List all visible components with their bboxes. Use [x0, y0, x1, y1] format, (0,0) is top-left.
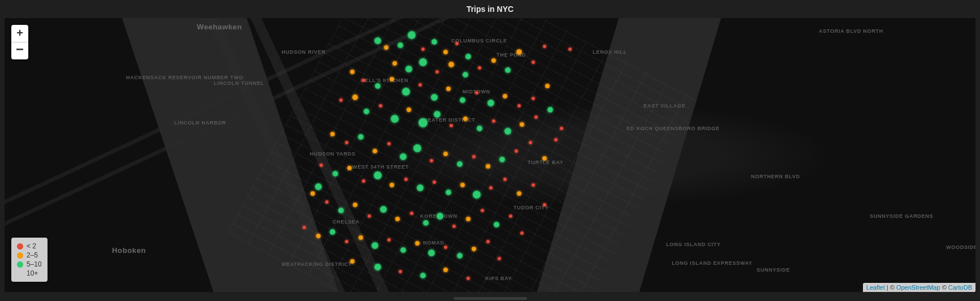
attribution-sep: | © [885, 284, 896, 291]
attribution-carto-link[interactable]: CartoDB [948, 284, 972, 291]
attribution-osm-link[interactable]: OpenStreetMap [896, 284, 940, 291]
legend-row: 10+ [17, 269, 42, 278]
map[interactable]: WeehawkenHobokenHackensack Reservoir Num… [5, 18, 975, 292]
legend-row: 5–10 [17, 260, 42, 269]
legend-label: 10+ [27, 269, 38, 278]
legend-label: 5–10 [27, 260, 42, 269]
attribution-leaflet-link[interactable]: Leaflet [866, 284, 885, 291]
legend-swatch-red [17, 243, 23, 250]
legend-label: < 2 [27, 242, 36, 251]
zoom-in-button[interactable]: + [11, 25, 28, 42]
legend-row: < 2 [17, 242, 42, 251]
legend-swatch-none [17, 270, 23, 277]
zoom-out-button[interactable]: − [11, 42, 28, 59]
legend: < 2 2–5 5–10 10+ [11, 238, 48, 282]
legend-swatch-orange [17, 252, 23, 259]
map-panel: Trips in NYC WeehawkenHobokenHackensack … [0, 0, 980, 301]
attribution-sep: © [940, 284, 948, 291]
legend-row: 2–5 [17, 251, 42, 260]
panel-title: Trips in NYC [5, 0, 975, 18]
horizontal-scroll-handle[interactable] [454, 297, 527, 300]
map-attribution: Leaflet | © OpenStreetMap © CartoDB [863, 283, 975, 292]
legend-swatch-green [17, 261, 23, 268]
legend-label: 2–5 [27, 251, 38, 260]
zoom-control: + − [11, 25, 28, 59]
